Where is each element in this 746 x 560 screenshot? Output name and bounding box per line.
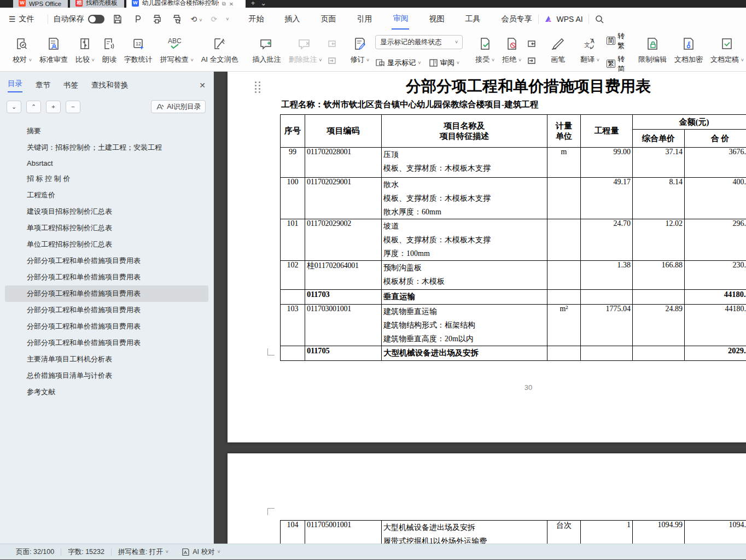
insert-comment-button[interactable]: 插入批注	[249, 33, 285, 71]
table-cell-no[interactable]: 103	[281, 305, 305, 346]
table-cell-total[interactable]: 2029.34	[685, 346, 746, 361]
table-cell-code[interactable]: 011702029001	[305, 178, 382, 219]
sidebar-tab-contents[interactable]: 目录	[8, 79, 22, 92]
table-cell-unit[interactable]	[547, 261, 581, 290]
table-row[interactable]: 104011705001001大型机械设备进出场及安拆履带式挖掘机1以外场外运输…	[281, 521, 746, 544]
table-cell-code[interactable]: 011705001001	[305, 521, 382, 544]
toc-item[interactable]: Absrtact	[5, 156, 208, 171]
table-cell-total[interactable]: 230.29	[685, 261, 746, 290]
cost-table[interactable]: 序号 项目编码 项目名称及项目特征描述 计量单位 工程量 金额(元) 综合单价 …	[280, 114, 746, 361]
next-comment-icon[interactable]	[327, 56, 339, 66]
translate-button[interactable]: 文A 翻译 ˅	[576, 33, 603, 71]
table-cell-price[interactable]: 37.14	[633, 148, 685, 178]
table-cell-qty[interactable]	[581, 346, 633, 361]
table-cell-total[interactable]: 296.89	[685, 219, 746, 261]
toc-item[interactable]: 分部分项工程和单价措施项目费用表	[5, 253, 208, 269]
table-row[interactable]: 011703垂直运输44180.75	[281, 290, 746, 305]
table-cell-no[interactable]	[281, 290, 305, 305]
col-header-amount[interactable]: 金额(元)	[633, 115, 746, 130]
tab-member[interactable]: 会员专享	[500, 9, 533, 29]
table-cell-no[interactable]: 99	[281, 148, 305, 178]
table-cell-qty[interactable]: 49.17	[581, 178, 633, 219]
table-cell-unit[interactable]	[547, 290, 581, 305]
col-header-code[interactable]: 项目编码	[305, 115, 382, 148]
sidebar-tab-find-replace[interactable]: 查找和替换	[91, 80, 129, 90]
table-cell-name[interactable]: 坡道模板、支撑材质：木模板木支撑厚度：100mm	[382, 219, 547, 261]
sidebar-tab-bookmarks[interactable]: 书签	[63, 80, 78, 90]
autosave-toggle[interactable]	[88, 15, 104, 24]
table-cell-price[interactable]	[633, 290, 685, 305]
table-cell-no[interactable]: 100	[281, 178, 305, 219]
tab-tools[interactable]: 工具	[464, 9, 481, 29]
document-page-30[interactable]: 分部分项工程和单价措施项目费用表 工程名称：钦州市钦北区贵台镇中心幼儿园保教综合…	[228, 72, 746, 442]
table-cell-qty[interactable]	[581, 290, 633, 305]
table-cell-code[interactable]: 011702028001	[305, 148, 382, 178]
encrypt-document-button[interactable]: 文档加密	[671, 33, 707, 71]
tab-reference[interactable]: 引用	[355, 9, 373, 29]
project-name-line[interactable]: 工程名称：钦州市钦北区贵台镇中心幼儿园保教综合楼项目-建筑工程	[281, 99, 538, 110]
tab-list-dropdown-icon[interactable]: ⌄	[260, 0, 266, 7]
page-indicator[interactable]: 页面: 32/100	[9, 547, 61, 557]
tab-insert[interactable]: 插入	[283, 9, 301, 29]
ai-polish-button[interactable]: AI 全文润色	[197, 33, 242, 71]
table-cell-qty[interactable]: 1.38	[581, 261, 633, 290]
table-cell-price[interactable]: 12.02	[633, 219, 685, 261]
table-cell-code[interactable]: 011703001001	[305, 305, 382, 346]
new-tab-button[interactable]: +	[251, 0, 255, 7]
table-cell-total[interactable]: 44180.75	[685, 305, 746, 346]
toc-item[interactable]: 总价措施项目清单与计价表	[5, 368, 208, 384]
table-cell-name[interactable]: 大型机械设备进出场及安拆	[382, 346, 547, 361]
table-cell-qty[interactable]: 1	[581, 521, 633, 544]
col-header-unit[interactable]: 计量单位	[547, 115, 581, 148]
accept-revision-button[interactable]: 接受 ˅	[471, 33, 498, 71]
toc-item[interactable]: 分部分项工程和单价措施项目费用表	[5, 285, 208, 302]
ink-pen-button[interactable]: 画笔	[546, 33, 570, 71]
table-cell-code[interactable]: 桂011702064001	[305, 261, 382, 290]
undo-button[interactable]: ⟲ ˅	[191, 15, 202, 24]
standard-review-button[interactable]: 标准审查	[36, 33, 72, 71]
table-cell-price[interactable]	[633, 346, 685, 361]
col-header-name[interactable]: 项目名称及项目特征描述	[382, 115, 547, 148]
table-cell-qty[interactable]: 99.00	[581, 148, 633, 178]
toc-item[interactable]: 建设项目招标控制价汇总表	[5, 203, 208, 220]
export-pdf-icon[interactable]	[132, 14, 143, 25]
track-changes-button[interactable]: 修订 ˅	[346, 33, 373, 71]
sidebar-tab-chapters[interactable]: 章节	[36, 80, 50, 90]
table-cell-unit[interactable]: 台次	[547, 521, 581, 544]
table-cell-total[interactable]: 44180.75	[685, 290, 746, 305]
toc-zoom-in-button[interactable]: +	[46, 101, 61, 113]
table-cell-code[interactable]: 011702029002	[305, 219, 382, 261]
review-pane-button[interactable]: 审阅 ˅	[429, 58, 459, 68]
ai-proofread-status[interactable]: AI 校对 ˅	[175, 547, 227, 557]
table-row[interactable]: 99011702028001压顶模板、支撑材质：木模板木支撑m99.0037.1…	[281, 148, 746, 178]
table-row[interactable]: 011705大型机械设备进出场及安拆2029.34	[281, 346, 746, 361]
previous-revision-icon[interactable]	[526, 39, 538, 49]
ai-recognize-toc-button[interactable]: AI识别目录	[151, 100, 206, 113]
table-cell-price[interactable]: 1094.99	[633, 521, 685, 544]
table-cell-name[interactable]: 垂直运输	[382, 290, 547, 305]
tab-view[interactable]: 视图	[428, 9, 445, 29]
file-menu-button[interactable]: ☰ 文件	[9, 14, 34, 24]
table-cell-name[interactable]: 大型机械设备进出场及安拆履带式挖掘机1以外场外运输费	[382, 521, 547, 544]
toc-item[interactable]: 单项工程招标控制价汇总表	[5, 220, 208, 236]
toc-item[interactable]: 分部分项工程和单价措施项目费用表	[5, 335, 208, 351]
table-cell-name[interactable]: 压顶模板、支撑材质：木模板木支撑	[382, 148, 547, 178]
previous-comment-icon[interactable]	[327, 39, 339, 49]
wps-ai-button[interactable]: WPS AI	[544, 15, 582, 24]
table-cell-name[interactable]: 散水模板、支撑材质：木模板木支撑散水厚度：60mm	[382, 178, 547, 219]
redo-button[interactable]: ⟳	[211, 15, 217, 24]
proofread-button[interactable]: 校对 ˅	[9, 33, 36, 71]
print-icon[interactable]	[151, 14, 162, 25]
reject-revision-button[interactable]: 拒绝 ˅	[498, 33, 525, 71]
compare-button[interactable]: 比较 ˅	[72, 33, 98, 71]
table-cell-name[interactable]: 预制沟盖板模板材质：木模板	[382, 261, 547, 290]
toc-item[interactable]: 分部分项工程和单价措施项目费用表	[5, 318, 208, 335]
tab-page[interactable]: 页面	[319, 9, 337, 29]
spell-check-status[interactable]: 拼写检查: 打开 ˅	[112, 547, 175, 557]
toc-item[interactable]: 主要清单项目工料机分析表	[5, 351, 208, 368]
traditional-to-simplified-button[interactable]: 繁转简	[607, 54, 625, 74]
toc-item[interactable]: 关键词：招标控制价；土建工程；安装工程	[5, 139, 208, 156]
table-cell-no[interactable]	[281, 346, 305, 361]
table-cell-total[interactable]: 3676.86	[685, 148, 746, 178]
table-cell-code[interactable]: 011705	[305, 346, 382, 361]
